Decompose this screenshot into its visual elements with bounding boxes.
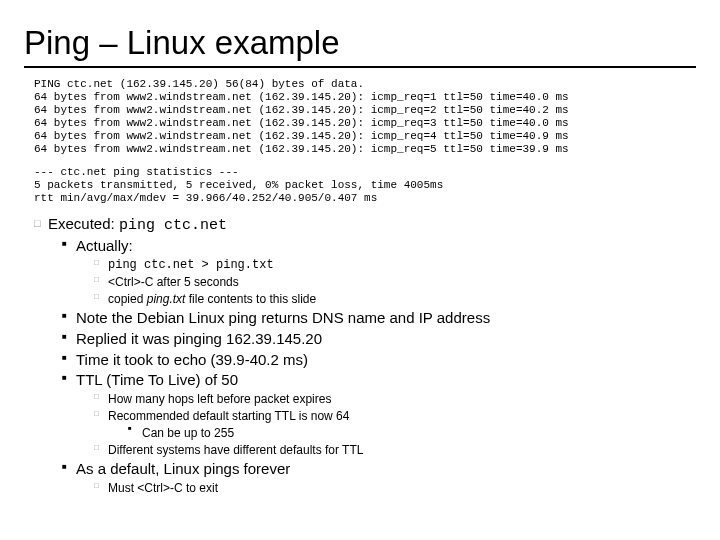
- executed-label: Executed:: [48, 215, 115, 232]
- sub-text: copied ping.txt file contents to this sl…: [108, 292, 316, 307]
- square-icon: ■: [62, 353, 76, 363]
- sub-bullet: □ ping ctc.net > ping.txt: [94, 258, 696, 273]
- forever-sub-text: Must <Ctrl>-C to exit: [108, 481, 218, 496]
- square-icon: ■: [62, 332, 76, 342]
- sub-bullet: □ <Ctrl>-C after 5 seconds: [94, 275, 696, 290]
- ttl-sub-bullet: ■ Can be up to 255: [128, 426, 696, 441]
- note-bullet: ■ TTL (Time To Live) of 50: [62, 371, 696, 390]
- note-text: Note the Debian Linux ping returns DNS n…: [76, 309, 490, 328]
- square-open-icon: □: [94, 292, 108, 302]
- ttl-sub-text: Can be up to 255: [142, 426, 234, 441]
- sub-text-a: copied: [108, 292, 147, 306]
- note-bullet: ■ Note the Debian Linux ping returns DNS…: [62, 309, 696, 328]
- bullet-executed: □ Executed: ping ctc.net: [34, 215, 696, 236]
- bullet-actually: ■ Actually:: [62, 237, 696, 256]
- note-text: Time it took to echo (39.9-40.2 ms): [76, 351, 308, 370]
- sub-text: ping ctc.net > ping.txt: [108, 258, 274, 273]
- note-text: Replied it was pinging 162.39.145.20: [76, 330, 322, 349]
- page-title: Ping – Linux example: [24, 24, 696, 62]
- executed-text: Executed: ping ctc.net: [48, 215, 227, 236]
- ttl-text: How many hops left before packet expires: [108, 392, 331, 407]
- note-bullet: ■ Replied it was pinging 162.39.145.20: [62, 330, 696, 349]
- square-icon: ■: [62, 462, 76, 472]
- ping-output: PING ctc.net (162.39.145.20) 56(84) byte…: [34, 78, 696, 156]
- ttl-text: Recommended default starting TTL is now …: [108, 409, 349, 424]
- square-open-icon: □: [34, 217, 48, 231]
- square-icon: ■: [62, 311, 76, 321]
- ttl-bullet: □ Different systems have different defau…: [94, 443, 696, 458]
- square-icon: ■: [62, 239, 76, 249]
- square-open-icon: □: [94, 481, 108, 491]
- ttl-bullet: □ Recommended default starting TTL is no…: [94, 409, 696, 424]
- executed-cmd: ping ctc.net: [119, 217, 227, 234]
- ttl-bullet: □ How many hops left before packet expir…: [94, 392, 696, 407]
- note-text: TTL (Time To Live) of 50: [76, 371, 238, 390]
- square-open-icon: □: [94, 443, 108, 453]
- square-icon: ■: [62, 373, 76, 383]
- actually-label: Actually:: [76, 237, 133, 256]
- sub-bullet: □ copied ping.txt file contents to this …: [94, 292, 696, 307]
- forever-sub-bullet: □ Must <Ctrl>-C to exit: [94, 481, 696, 496]
- sub-text-c: file contents to this slide: [185, 292, 316, 306]
- sub-text-b: ping.txt: [147, 292, 186, 306]
- square-icon: ■: [128, 425, 142, 433]
- ttl-text: Different systems have different default…: [108, 443, 363, 458]
- square-open-icon: □: [94, 409, 108, 419]
- divider: [24, 66, 696, 68]
- sub-text: <Ctrl>-C after 5 seconds: [108, 275, 239, 290]
- square-open-icon: □: [94, 258, 108, 268]
- note-bullet: ■ Time it took to echo (39.9-40.2 ms): [62, 351, 696, 370]
- forever-text: As a default, Linux pings forever: [76, 460, 290, 479]
- forever-bullet: ■ As a default, Linux pings forever: [62, 460, 696, 479]
- ping-stats: --- ctc.net ping statistics --- 5 packet…: [34, 166, 696, 205]
- square-open-icon: □: [94, 392, 108, 402]
- square-open-icon: □: [94, 275, 108, 285]
